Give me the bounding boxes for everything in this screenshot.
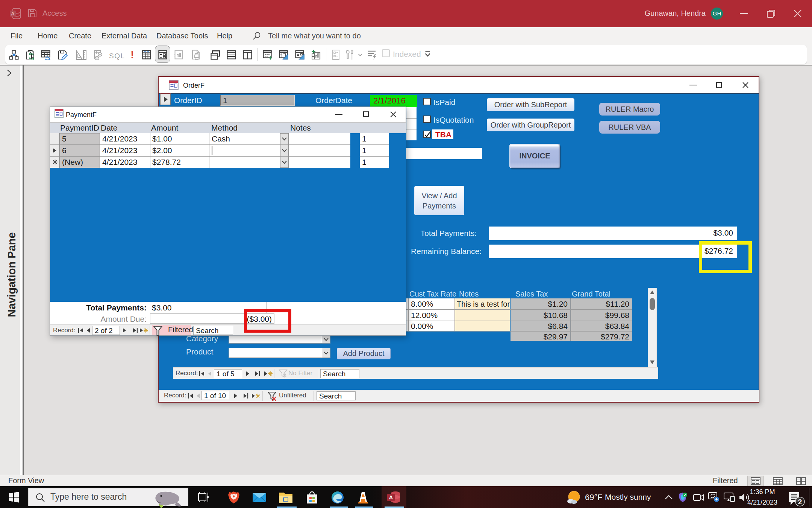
svg-text:2: 2 xyxy=(798,498,802,506)
svg-text:A: A xyxy=(11,11,15,17)
svg-text:A: A xyxy=(389,494,393,500)
